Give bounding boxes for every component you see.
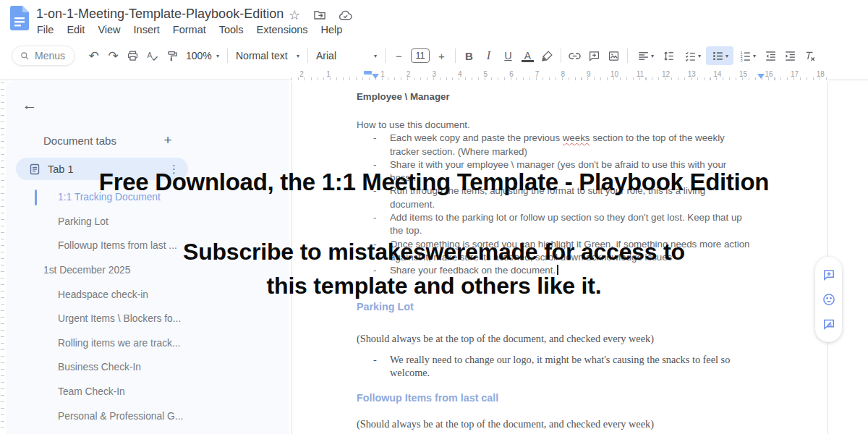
paragraph-style-select[interactable]: Normal text ▾ bbox=[231, 46, 304, 65]
zoom-select[interactable]: 100% ▾ bbox=[182, 46, 224, 65]
menu-help[interactable]: Help bbox=[315, 22, 349, 37]
parking-lot-bullets: -We really need to change our logo, it m… bbox=[292, 353, 829, 380]
left-indent-marker[interactable] bbox=[372, 74, 379, 79]
doc-bullet-cont: document. bbox=[292, 198, 829, 211]
google-docs-window: 1-on-1-Meeting-Template-Playbook-Edition… bbox=[0, 0, 868, 434]
move-folder-icon[interactable] bbox=[312, 7, 328, 23]
menus-search-button[interactable]: Menus bbox=[12, 46, 75, 66]
menu-format[interactable]: Format bbox=[166, 22, 213, 37]
ruler-number: 2 bbox=[407, 70, 411, 78]
print-button[interactable] bbox=[123, 46, 142, 65]
decrease-indent-button[interactable] bbox=[761, 46, 780, 65]
line-spacing-icon bbox=[662, 49, 676, 63]
menu-extensions[interactable]: Extensions bbox=[250, 22, 315, 37]
doc-bullet-line: -Each week copy and paste the previous w… bbox=[292, 132, 829, 145]
section-heading-parking-lot: Parking Lot bbox=[357, 301, 414, 312]
search-icon bbox=[20, 51, 30, 61]
chevron-down-icon: ▾ bbox=[698, 53, 701, 59]
section-heading-followup: Followup Items from last call bbox=[357, 392, 498, 404]
bold-button[interactable]: B bbox=[459, 46, 479, 65]
clear-formatting-button[interactable] bbox=[800, 46, 820, 65]
outline-list: 1:1 Tracking Document Parking Lot Follow… bbox=[6, 185, 289, 428]
emoji-reaction-button[interactable] bbox=[820, 291, 838, 308]
undo-button[interactable]: ↶ bbox=[84, 46, 103, 65]
doc-heading: Employee \ Manager bbox=[357, 91, 450, 102]
ruler-number: 11 bbox=[637, 70, 644, 78]
section-note: (Should always be at the top of the docu… bbox=[357, 333, 654, 345]
svg-text:3: 3 bbox=[740, 58, 742, 62]
star-icon[interactable]: ☆ bbox=[286, 7, 302, 23]
menu-view[interactable]: View bbox=[91, 22, 127, 37]
insert-link-button[interactable] bbox=[565, 46, 584, 65]
add-comment-button[interactable] bbox=[584, 46, 604, 65]
spellcheck-icon: A bbox=[145, 49, 159, 63]
chevron-down-icon: ▾ bbox=[374, 53, 377, 59]
ruler-number: 10 bbox=[610, 70, 618, 78]
divider bbox=[385, 48, 386, 63]
ruler-number: 6 bbox=[509, 70, 514, 78]
right-indent-marker[interactable] bbox=[757, 74, 765, 79]
suggest-edit-icon bbox=[822, 317, 836, 331]
sidebar-item-followup[interactable]: Followup Items from last ... bbox=[6, 234, 289, 258]
divider bbox=[455, 48, 456, 63]
sidebar-item-personal[interactable]: Personal & Professional G... bbox=[6, 404, 289, 428]
tab-overflow-icon[interactable]: ⋮ bbox=[169, 163, 179, 176]
font-size-input[interactable]: 11 bbox=[411, 48, 430, 63]
sidebar-item-team[interactable]: Team Check-In bbox=[6, 380, 289, 404]
doc-bullet-cont: tracker section. (Where marked) bbox=[292, 145, 829, 158]
increase-indent-button[interactable] bbox=[780, 46, 800, 65]
doc-bullet-cont: against it, make sure its actioned, scro… bbox=[292, 251, 829, 264]
ruler-number: 9 bbox=[587, 70, 591, 78]
line-spacing-button[interactable] bbox=[659, 46, 678, 65]
spellcheck-button[interactable]: A bbox=[142, 46, 162, 65]
cloud-status-icon[interactable] bbox=[337, 7, 353, 23]
menu-edit[interactable]: Edit bbox=[60, 22, 91, 37]
sidebar-item-rolling[interactable]: Rolling items we are track... bbox=[6, 331, 289, 356]
paint-format-button[interactable] bbox=[162, 46, 182, 65]
text-color-button[interactable]: A bbox=[518, 46, 537, 65]
increase-font-size-button[interactable]: + bbox=[432, 46, 451, 65]
add-comment-button[interactable] bbox=[820, 266, 838, 284]
docs-logo-icon[interactable] bbox=[10, 6, 29, 30]
sidebar-item-business[interactable]: Business Check-In bbox=[6, 355, 289, 380]
chevron-down-icon: ▾ bbox=[297, 53, 299, 59]
ruler-number: 1 bbox=[380, 70, 385, 78]
sidebar-item-date[interactable]: 1st December 2025 bbox=[6, 258, 289, 283]
numbered-list-button[interactable]: 1 2 3 ▾ bbox=[733, 46, 761, 65]
add-tab-icon[interactable]: + bbox=[159, 132, 176, 149]
sidebar-item-tracking-document[interactable]: 1:1 Tracking Document bbox=[6, 185, 289, 210]
ruler-number: 5 bbox=[484, 70, 488, 78]
doc-bullet-cont: welcome. bbox=[292, 366, 829, 379]
document-page[interactable]: Employee \ Manager How to use this docum… bbox=[292, 82, 828, 434]
align-button[interactable]: ▾ bbox=[631, 46, 659, 65]
ruler-number: 3 bbox=[432, 70, 436, 78]
outdent-icon bbox=[764, 49, 778, 63]
underline-button[interactable]: U bbox=[498, 46, 518, 65]
horizontal-ruler[interactable]: 21123456789101112131415161718 bbox=[292, 71, 828, 80]
margin-marker[interactable] bbox=[364, 71, 372, 75]
ruler-number: 1 bbox=[326, 70, 331, 78]
font-family-select[interactable]: Arial ▾ bbox=[312, 46, 381, 65]
checklist-button[interactable]: ▾ bbox=[678, 46, 706, 65]
tab-1-pill[interactable]: Tab 1 ⋮ bbox=[16, 158, 188, 180]
redo-button[interactable]: ↷ bbox=[103, 46, 123, 65]
decrease-font-size-button[interactable]: − bbox=[389, 46, 409, 65]
tabs-title: Document tabs bbox=[43, 135, 116, 147]
back-arrow-icon[interactable]: ← bbox=[20, 95, 39, 114]
insert-image-button[interactable] bbox=[604, 46, 624, 65]
document-title[interactable]: 1-on-1-Meeting-Template-Playbook-Edition bbox=[36, 7, 284, 22]
menu-file[interactable]: File bbox=[30, 22, 60, 37]
ruler-number: 12 bbox=[662, 70, 670, 78]
misspelled-word: weeks bbox=[563, 132, 590, 143]
suggest-edits-button[interactable] bbox=[820, 315, 838, 333]
link-icon bbox=[568, 49, 582, 63]
menu-tools[interactable]: Tools bbox=[213, 22, 250, 37]
bulleted-list-button[interactable]: ▾ bbox=[706, 46, 733, 65]
sidebar-item-parking-lot[interactable]: Parking Lot bbox=[6, 210, 289, 234]
italic-button[interactable]: I bbox=[479, 46, 498, 65]
menubar: File Edit View Insert Format Tools Exten… bbox=[30, 22, 349, 37]
highlight-color-button[interactable] bbox=[537, 46, 557, 65]
menu-insert[interactable]: Insert bbox=[127, 22, 166, 37]
sidebar-item-urgent[interactable]: Urgent Items \ Blockers fo... bbox=[6, 307, 289, 331]
sidebar-item-headspace[interactable]: Headspace check-in bbox=[6, 282, 289, 307]
